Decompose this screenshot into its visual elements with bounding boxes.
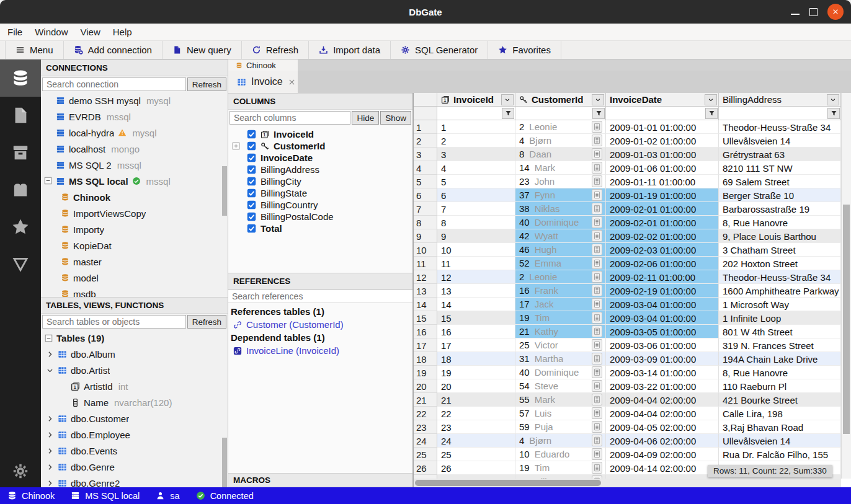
row-number[interactable]: 4 bbox=[414, 161, 437, 175]
column-menu-button[interactable] bbox=[592, 94, 604, 105]
column-checkbox[interactable] bbox=[247, 130, 256, 139]
column-filter-input[interactable] bbox=[607, 107, 705, 120]
cell-invoice-id[interactable]: 23 bbox=[437, 420, 515, 434]
cell-customer-id[interactable]: 19 Tim bbox=[515, 311, 606, 325]
row-number[interactable]: 7 bbox=[414, 202, 437, 216]
database-item[interactable]: Chinook bbox=[41, 189, 228, 205]
tab-close-icon[interactable] bbox=[288, 78, 296, 86]
grid-column-header[interactable]: 1 InvoiceId bbox=[437, 93, 515, 107]
cell-customer-id[interactable]: 2 Leonie bbox=[515, 270, 606, 284]
cell-billing-address[interactable]: 202 Hoxton Street bbox=[719, 257, 841, 270]
cell-billing-address[interactable]: Barbarossastraße 19 bbox=[719, 202, 841, 216]
cell-invoice-date[interactable]: 2009-02-02 01:00:00 bbox=[606, 229, 719, 243]
cell-invoice-id[interactable]: 17 bbox=[437, 338, 515, 352]
scrollbar-thumb[interactable] bbox=[415, 480, 601, 486]
cell-customer-id[interactable]: 4 Bjørn bbox=[515, 134, 606, 148]
connection-item[interactable]: localhost mongo bbox=[41, 141, 228, 157]
open-reference-button[interactable] bbox=[592, 462, 602, 474]
filter-button[interactable] bbox=[592, 108, 605, 119]
row-number[interactable]: 17 bbox=[414, 338, 437, 352]
statusbar-user[interactable]: sa bbox=[156, 491, 179, 501]
row-number[interactable]: 15 bbox=[414, 311, 437, 325]
maximize-button[interactable] bbox=[809, 8, 818, 16]
cell-customer-id[interactable]: 21 Kathy bbox=[515, 325, 606, 338]
cell-invoice-id[interactable]: 2 bbox=[437, 134, 515, 148]
cell-invoice-id[interactable]: 14 bbox=[437, 298, 515, 311]
cell-invoice-id[interactable]: 25 bbox=[437, 448, 515, 461]
row-number[interactable]: 9 bbox=[414, 229, 437, 243]
cell-customer-id[interactable]: 31 Martha bbox=[515, 352, 606, 366]
cell-invoice-date[interactable]: 2009-01-06 01:00:00 bbox=[606, 161, 719, 175]
cell-billing-address[interactable]: 1600 Amphitheatre Parkway bbox=[719, 284, 841, 298]
tree-item[interactable]: dbo.Genre2 bbox=[41, 475, 228, 487]
cell-invoice-id[interactable]: 7 bbox=[437, 202, 515, 216]
statusbar-connection[interactable]: MS SQL local bbox=[71, 491, 140, 501]
cell-customer-id[interactable]: 8 Daan bbox=[515, 148, 606, 161]
filter-button[interactable] bbox=[502, 108, 514, 119]
cell-billing-address[interactable]: 8210 111 ST NW bbox=[719, 161, 841, 175]
cell-billing-address[interactable]: 319 N. Frances Street bbox=[719, 338, 841, 352]
statusbar-database[interactable]: Chinook bbox=[7, 491, 55, 501]
open-reference-button[interactable] bbox=[592, 135, 602, 146]
cell-invoice-date[interactable]: 2009-01-03 01:00:00 bbox=[606, 148, 719, 161]
cell-customer-id[interactable]: 54 Steve bbox=[515, 379, 606, 393]
row-number[interactable]: 10 bbox=[414, 243, 437, 257]
row-number[interactable]: 16 bbox=[414, 325, 437, 338]
column-checkbox[interactable] bbox=[247, 141, 256, 151]
cell-billing-address[interactable]: 8, Rue Hanovre bbox=[719, 366, 841, 379]
open-reference-button[interactable] bbox=[592, 257, 602, 269]
tab-group-chinook[interactable]: Chinook bbox=[228, 60, 298, 71]
column-list-item[interactable]: BillingPostalCode bbox=[228, 211, 412, 223]
filter-button[interactable] bbox=[705, 108, 718, 119]
cell-customer-id[interactable]: 40 Dominique bbox=[515, 366, 606, 379]
open-reference-button[interactable] bbox=[592, 121, 602, 133]
close-button[interactable] bbox=[827, 4, 844, 20]
cell-invoice-date[interactable]: 2009-04-06 02:00:00 bbox=[606, 434, 719, 448]
cell-invoice-date[interactable]: 2009-03-09 01:00:00 bbox=[606, 352, 719, 366]
open-reference-button[interactable] bbox=[592, 148, 602, 160]
row-number[interactable]: 18 bbox=[414, 352, 437, 366]
cell-billing-address[interactable]: Rua Dr. Falcão Filho, 155 bbox=[719, 448, 841, 461]
cell-invoice-date[interactable]: 2009-01-02 01:00:00 bbox=[606, 134, 719, 148]
grid-column-header[interactable]: InvoiceDate bbox=[606, 93, 719, 107]
row-number[interactable]: 11 bbox=[414, 257, 437, 270]
column-checkbox[interactable] bbox=[247, 177, 256, 186]
cell-customer-id[interactable]: 46 Hugh bbox=[515, 243, 606, 257]
toolbar-button[interactable]: SQL Generator bbox=[391, 41, 488, 59]
cell-billing-address[interactable]: Theodor-Heuss-Straße 34 bbox=[719, 120, 841, 134]
row-number[interactable]: 8 bbox=[414, 216, 437, 229]
chevron-icon[interactable] bbox=[46, 350, 54, 358]
filter-button[interactable] bbox=[827, 108, 840, 119]
cell-invoice-date[interactable]: 2009-04-09 02:00:00 bbox=[606, 448, 719, 461]
column-checkbox[interactable] bbox=[247, 188, 256, 198]
row-number[interactable]: 25 bbox=[414, 448, 437, 461]
cell-invoice-date[interactable]: 2009-04-04 02:00:00 bbox=[606, 393, 719, 407]
cell-customer-id[interactable]: 57 Luis bbox=[515, 407, 606, 420]
cell-invoice-date[interactable]: 2009-03-14 01:00:00 bbox=[606, 366, 719, 379]
column-list-item[interactable]: BillingCity bbox=[228, 175, 412, 187]
column-filter-input[interactable] bbox=[438, 107, 502, 120]
chevron-icon[interactable] bbox=[46, 415, 54, 423]
cell-billing-address[interactable]: Theodor-Heuss-Straße 34 bbox=[719, 270, 841, 284]
cell-invoice-date[interactable]: 2009-04-14 02:00:00 bbox=[606, 461, 719, 475]
cell-billing-address[interactable]: Calle Lira, 198 bbox=[719, 407, 841, 420]
scrollbar-thumb[interactable] bbox=[843, 205, 850, 434]
open-reference-button[interactable] bbox=[592, 325, 602, 337]
row-number[interactable]: 22 bbox=[414, 407, 437, 420]
cell-invoice-id[interactable]: 21 bbox=[437, 393, 515, 407]
cell-invoice-date[interactable]: 2009-01-19 01:00:00 bbox=[606, 188, 719, 202]
menu-item[interactable]: Help bbox=[113, 27, 132, 37]
cell-invoice-date[interactable]: 2009-03-04 01:00:00 bbox=[606, 311, 719, 325]
cell-invoice-id[interactable]: 24 bbox=[437, 434, 515, 448]
menu-item[interactable]: Window bbox=[35, 27, 68, 37]
column-list-item[interactable]: 1 InvoiceId bbox=[228, 128, 412, 140]
cell-billing-address[interactable]: Berger Straße 10 bbox=[719, 188, 841, 202]
cell-invoice-id[interactable]: 5 bbox=[437, 175, 515, 188]
column-filter-input[interactable] bbox=[516, 107, 592, 120]
cell-invoice-id[interactable]: 10 bbox=[437, 243, 515, 257]
open-reference-button[interactable] bbox=[592, 380, 602, 392]
menu-item[interactable]: View bbox=[81, 27, 100, 37]
nav-files-file-icon[interactable] bbox=[0, 97, 41, 134]
cell-billing-address[interactable]: 110 Raeburn Pl bbox=[719, 379, 841, 393]
column-checkbox[interactable] bbox=[247, 224, 256, 233]
